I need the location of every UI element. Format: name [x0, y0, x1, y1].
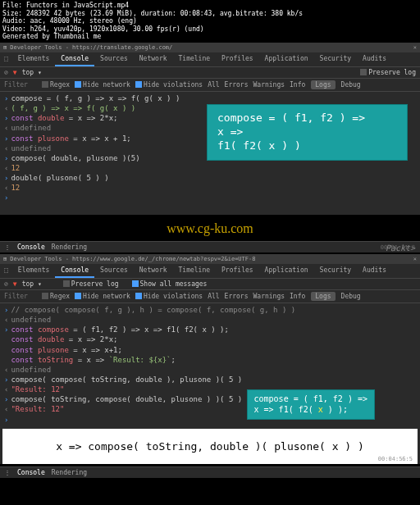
regex-checkbox[interactable] — [42, 293, 48, 299]
level-info[interactable]: Info — [290, 293, 305, 300]
show-all-label: Show all messages — [140, 280, 208, 288]
timestamp: 00:01:31:8 — [381, 244, 415, 251]
preserve-checkbox[interactable] — [360, 69, 367, 75]
tab-elements[interactable]: Elements — [12, 264, 56, 278]
preserve-label: Preserve log — [368, 69, 416, 76]
level-logs[interactable]: Logs — [311, 292, 335, 301]
hide-network-label: Hide network — [83, 293, 130, 300]
show-all-checkbox[interactable] — [132, 280, 139, 287]
tab-console[interactable]: Console — [55, 264, 94, 278]
level-warnings[interactable]: Warnings — [253, 81, 285, 89]
output-line: undefined — [11, 143, 51, 153]
level-errors[interactable]: Errors — [225, 293, 249, 300]
code-line: const double = x => 2*x; — [11, 334, 117, 344]
output-line: "Result: 12" — [11, 404, 64, 414]
level-all[interactable]: All — [208, 81, 219, 89]
tab-console[interactable]: Console — [55, 52, 94, 66]
file-size: Size: 248392 42 bytes (23.69 MiB), durat… — [2, 10, 418, 18]
tab-application[interactable]: Application — [259, 52, 314, 66]
regex-checkbox[interactable] — [42, 81, 48, 88]
close-icon[interactable]: × — [413, 44, 417, 51]
tab-console-bottom[interactable]: Console — [17, 469, 45, 476]
devtools-icon: ⊞ — [3, 256, 7, 262]
clear-icon[interactable]: ⊘ — [4, 69, 8, 76]
tab-profiles[interactable]: Profiles — [216, 52, 259, 66]
filter-icon[interactable]: ▼ — [13, 280, 17, 288]
level-info[interactable]: Info — [290, 81, 305, 89]
context-dropdown[interactable]: top ▾ — [22, 69, 42, 76]
tab-network[interactable]: Network — [134, 264, 173, 278]
level-debug[interactable]: Debug — [341, 81, 361, 89]
clear-icon[interactable]: ⊘ — [4, 280, 8, 288]
tab-application[interactable]: Application — [259, 264, 314, 278]
tab-timeline[interactable]: Timeline — [173, 264, 217, 278]
tab-console-bottom[interactable]: Console — [17, 243, 45, 251]
inspect-icon[interactable]: ⬚ — [0, 52, 12, 66]
output-line: "Result: 12" — [11, 384, 64, 394]
tab-rendering-bottom[interactable]: Rendering — [52, 469, 87, 476]
close-icon[interactable]: × — [413, 256, 417, 262]
comment-line: // compose( compose( f, g ), h ) = compo… — [11, 305, 295, 315]
level-debug[interactable]: Debug — [341, 293, 361, 300]
dock-icon[interactable]: ⋮ — [4, 243, 11, 251]
code-line: const double = x => 2*x; — [11, 113, 117, 123]
tab-network[interactable]: Network — [134, 52, 173, 66]
hide-network-label: Hide network — [83, 81, 130, 89]
tab-audits[interactable]: Audits — [357, 264, 392, 278]
tab-profiles[interactable]: Profiles — [216, 264, 259, 278]
window-title: Developer Tools - https://translate.goog… — [10, 44, 172, 51]
filter-input[interactable] — [4, 293, 37, 300]
hide-network-checkbox[interactable] — [75, 293, 81, 299]
timestamp: 00:04:56:5 — [378, 456, 413, 462]
preserve-checkbox[interactable] — [63, 280, 70, 287]
preserve-label: Preserve log — [71, 280, 119, 288]
hide-violations-checkbox[interactable] — [135, 81, 142, 88]
tab-elements[interactable]: Elements — [12, 52, 56, 66]
tab-sources[interactable]: Sources — [94, 52, 134, 66]
output-line: undefined — [11, 315, 51, 325]
hide-violations-label: Hide violations — [144, 81, 203, 89]
output-line: undefined — [11, 365, 51, 375]
callout-box: compose = ( f1, f2 ) => x => f1( f2( x )… — [247, 389, 375, 420]
context-dropdown[interactable]: top ▾ — [22, 280, 42, 288]
hide-network-checkbox[interactable] — [75, 81, 81, 88]
dock-icon[interactable]: ⋮ — [4, 469, 11, 476]
file-gen: Generated by Thumbnail me — [2, 33, 418, 41]
output-line: ( f, g ) => x => f( g( x ) ) — [11, 103, 135, 113]
tab-timeline[interactable]: Timeline — [173, 52, 217, 66]
level-errors[interactable]: Errors — [225, 81, 249, 89]
tab-rendering-bottom[interactable]: Rendering — [52, 243, 87, 251]
code-line: compose( toString, compose( double, plus… — [11, 394, 242, 404]
explanation-box: x => compose( toString, double )( pluson… — [2, 429, 418, 464]
tab-sources[interactable]: Sources — [94, 264, 134, 278]
output-line: undefined — [11, 123, 51, 133]
level-warnings[interactable]: Warnings — [253, 293, 285, 300]
file-video: Video: h264, yuv420p, 1920x1080, 30.00 f… — [2, 25, 418, 34]
regex-label: Regex — [50, 293, 70, 300]
code-line: double( plusone( 5 ) ) — [11, 173, 108, 183]
hide-violations-checkbox[interactable] — [135, 293, 142, 299]
output-line: 12 — [11, 163, 20, 173]
filter-icon[interactable]: ▼ — [13, 69, 17, 76]
file-audio: Audio: aac, 48000 Hz, stereo (eng) — [2, 17, 418, 25]
tab-security[interactable]: Security — [314, 264, 358, 278]
devtools-icon: ⊞ — [3, 44, 7, 51]
level-all[interactable]: All — [208, 293, 219, 300]
code-line: compose( compose( toString, double ), pl… — [11, 375, 242, 384]
file-name: File: Functors in JavaScript.mp4 — [2, 2, 418, 10]
output-line: 12 — [11, 183, 20, 193]
code-line: const toString = x => `Result: ${x}`; — [11, 355, 176, 365]
inspect-icon[interactable]: ⬚ — [0, 264, 12, 278]
level-logs[interactable]: Logs — [311, 80, 335, 89]
callout-box: compose = ( f1, f2 ) => x => f1( f2( x )… — [207, 104, 408, 161]
code-line: const compose = ( f1, f2 ) => x => f1( f… — [11, 325, 229, 334]
code-line: const plusone = x => x + 1; — [11, 134, 130, 143]
tab-security[interactable]: Security — [314, 52, 358, 66]
filter-input[interactable] — [4, 81, 37, 89]
regex-label: Regex — [50, 81, 70, 89]
tab-audits[interactable]: Audits — [357, 52, 392, 66]
watermark: www.cg-ku.com — [0, 216, 420, 241]
code-line: compose( double, plusone )(5) — [11, 153, 139, 163]
code-line: const plusone = x => x+1; — [11, 345, 121, 355]
code-line: compose = ( f, g ) => x => f( g( x ) ) — [11, 93, 180, 103]
